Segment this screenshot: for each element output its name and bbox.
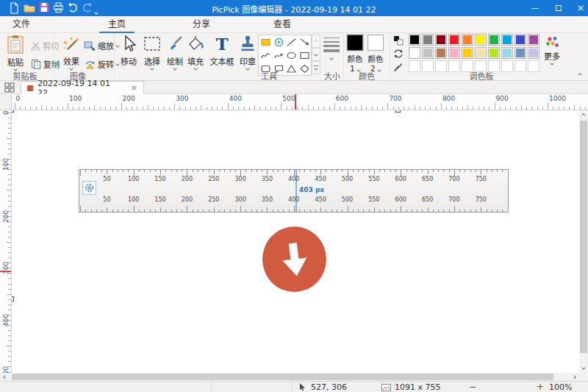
palette-swatch-ed1c24[interactable] [448,34,460,46]
scroll-right-arrow[interactable] [569,373,579,381]
color1-swatch[interactable] [347,35,363,51]
canvas-handle-top-left[interactable] [12,110,14,113]
fill-button[interactable]: 填充 [184,35,207,73]
palette-swatch-99d9ea[interactable] [501,47,513,59]
canvas-handle-top-mid[interactable] [395,110,401,113]
tab-home[interactable]: 主页 [99,16,135,33]
more-colors-button[interactable]: 更多 [542,36,562,74]
palette-swatch-880015[interactable] [435,34,447,46]
maximize-button[interactable] [548,0,569,16]
palette-swatch-empty[interactable] [528,60,539,72]
palette-swatch-empty[interactable] [448,60,460,72]
palette-swatch-a349a4[interactable] [528,34,539,46]
ruler-tool-number-bottom: 600 [393,196,408,203]
palette-swatch-empty[interactable] [514,60,526,72]
palette-swatch-22b14c[interactable] [488,34,500,46]
horizontal-scrollbar[interactable] [0,373,579,381]
palette-swatch-empty[interactable] [409,60,420,72]
shape-arrow-line[interactable] [298,36,311,49]
shape-triangle[interactable] [285,63,298,75]
ruler-tool-tick-top [326,170,326,172]
palette-swatch-00a2e8[interactable] [501,34,513,46]
ruler-tool-tick-top [182,170,182,172]
window-grid-icon[interactable] [4,82,15,95]
document-tab[interactable]: 2022-09-19 14 01 22 × [21,81,144,94]
palette-swatch-empty[interactable] [501,60,513,72]
palette-swatch-c3c3c3[interactable] [422,47,434,59]
stamp-button[interactable]: 印章 [237,35,259,73]
palette-swatch-efe4b0[interactable] [475,47,487,59]
paste-label: 粘贴 [7,56,24,68]
collapse-ribbon-button[interactable] [575,71,585,79]
horizontal-scroll-thumb[interactable] [12,374,553,380]
palette-swatch-fff200[interactable] [475,34,487,46]
move-button[interactable]: 移动 [117,35,140,73]
vertical-scroll-thumb[interactable] [580,121,587,353]
ruler-tool-tick-bottom [101,210,102,212]
close-button[interactable]: × [570,0,588,16]
canvas-handle-mid-left[interactable] [12,296,14,302]
scroll-up-arrow[interactable] [579,110,588,121]
palette-swatch-7f7f7f[interactable] [422,34,434,46]
zoom-out-button[interactable]: − [469,382,476,392]
shape-diamond[interactable] [298,63,311,75]
shape-highlight[interactable] [259,36,272,49]
image-size-icon [381,384,391,392]
dropdown-caret [245,66,250,71]
shapes-scroll-down-button[interactable] [312,48,320,61]
effects-button[interactable]: 效果 [59,35,84,73]
tab-file[interactable]: 文件 [5,16,37,33]
shape-rectangle[interactable] [298,49,311,62]
palette-swatch-7092be[interactable] [514,47,526,59]
shape-curve-arrow[interactable] [273,49,285,62]
palette-swatch-empty[interactable] [435,60,447,72]
textbox-button[interactable]: T 文本框 [207,35,237,73]
palette-swatch-c8bfe7[interactable] [528,47,539,59]
eyedropper-icon[interactable] [393,62,404,74]
zoom-in-button[interactable]: + [537,382,544,392]
cut-button[interactable]: 剪切 [31,40,59,51]
rotate-icon [84,59,96,70]
ruler-tool-number-bottom: 150 [153,196,168,203]
shape-line[interactable] [285,36,298,49]
palette-swatch-ff7f27[interactable] [462,34,473,46]
shape-target[interactable] [273,36,285,49]
palette-swatch-b97a57[interactable] [435,47,447,59]
reset-colors-icon[interactable] [393,49,404,61]
zoom-level-value[interactable]: 100% [549,382,572,392]
draw-button[interactable]: 绘制 [164,35,186,73]
tab-close-icon[interactable]: × [131,83,137,93]
tab-view[interactable]: 查看 [265,16,300,33]
ruler-tool-tick-bottom [165,210,166,212]
h-ruler-label: 500 [282,95,295,102]
shapes-scroll-up-button[interactable] [312,35,320,48]
shape-ellipse[interactable] [285,49,298,62]
palette-swatch-3f48cc[interactable] [514,34,526,46]
palette-swatch-empty[interactable] [422,60,434,72]
palette-swatch-ffc90e[interactable] [462,47,473,59]
minimize-button[interactable] [525,0,545,16]
canvas[interactable]: 403 px 505010010015015020020025025030030… [12,110,579,373]
paste-button[interactable]: 粘贴 [3,35,28,73]
h-ruler-tick [366,107,367,110]
ruler-tool-tick-bottom [337,210,337,212]
shapes-more-button[interactable] [312,61,320,74]
h-ruler-tick [484,107,484,110]
copy-button[interactable]: 复制 [31,58,60,70]
h-ruler-tick [15,103,15,110]
tab-share[interactable]: 分享 [184,16,219,33]
palette-swatch-ffffff[interactable] [409,47,420,59]
swap-colors-icon[interactable] [393,35,404,48]
ruler-tool-tick-bottom [497,210,498,212]
select-button[interactable]: 选择 [140,35,164,73]
shape-curve[interactable] [259,49,272,62]
ruler-tool-number-bottom: 450 [313,196,328,203]
scroll-down-arrow[interactable] [579,363,588,373]
palette-swatch-b5e61d[interactable] [488,47,500,59]
scroll-left-arrow[interactable] [0,373,10,381]
palette-swatch-000000[interactable] [409,34,420,46]
color2-swatch[interactable] [368,35,384,51]
vertical-scrollbar[interactable] [579,110,588,373]
palette-swatch-ffaec9[interactable] [448,47,460,59]
line-size-button[interactable] [323,35,340,73]
